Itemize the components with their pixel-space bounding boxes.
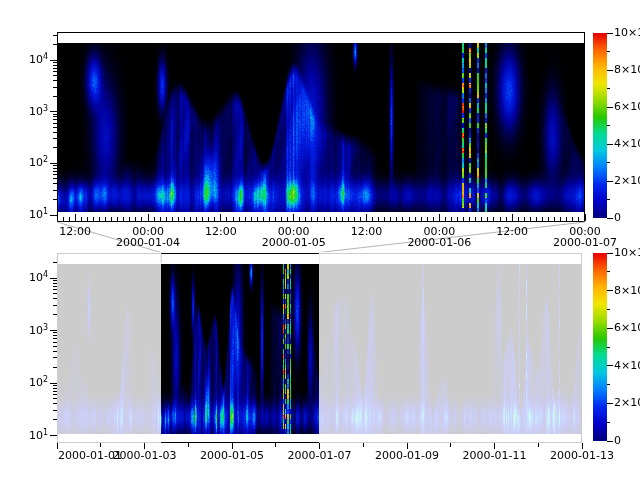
x-major-tick — [585, 214, 586, 221]
x-minor-tick — [396, 217, 397, 221]
y-major-tick — [50, 111, 57, 112]
colorbar-major-tick — [607, 218, 613, 219]
x-tick-date-label: 2000-01-06 — [407, 237, 471, 248]
x-minor-tick — [166, 217, 167, 221]
y-major-tick — [50, 383, 57, 384]
y-minor-tick — [53, 132, 57, 133]
label-exponent: 3 — [43, 323, 48, 332]
x-minor-tick — [281, 217, 282, 221]
x-minor-tick — [160, 217, 161, 221]
x-minor-tick — [324, 217, 325, 221]
x-minor-tick — [317, 217, 318, 221]
zoom-window-fade-left[interactable] — [56, 252, 161, 444]
colorbar-minor-tick — [607, 199, 610, 200]
x-minor-tick — [239, 217, 240, 221]
top-colorbar — [593, 33, 607, 218]
label-base: 8×10 — [614, 284, 640, 297]
top-spectrogram-canvas[interactable] — [58, 43, 584, 212]
x-minor-tick — [117, 217, 118, 221]
label-base: 2×10 — [614, 174, 640, 187]
colorbar-minor-tick — [607, 162, 610, 163]
x-minor-tick — [500, 217, 501, 221]
y-minor-tick — [53, 388, 57, 389]
label-base: 10 — [29, 53, 43, 66]
x-tick-date-label: 2000-01-05 — [262, 237, 326, 248]
x-minor-tick — [536, 217, 537, 221]
x-major-tick — [439, 214, 440, 221]
x-minor-tick — [421, 217, 422, 221]
x-minor-tick — [450, 443, 451, 447]
y-major-tick — [50, 278, 57, 279]
x-tick-date-label: 2000-01-07 — [288, 450, 352, 461]
x-minor-tick — [524, 217, 525, 221]
colorbar-minor-tick — [607, 309, 610, 310]
x-tick-date-label: 2000-01-03 — [113, 450, 177, 461]
x-minor-tick — [542, 217, 543, 221]
y-minor-tick — [53, 174, 57, 175]
x-tick-time-label: 12:00 — [351, 226, 383, 237]
y-minor-tick — [53, 391, 57, 392]
label-base: 10 — [29, 271, 43, 284]
x-minor-tick — [251, 217, 252, 221]
y-minor-tick — [53, 398, 57, 399]
x-minor-tick — [390, 217, 391, 221]
top-plot-frame — [57, 32, 585, 222]
x-minor-tick — [190, 217, 191, 221]
x-major-tick — [220, 214, 221, 221]
y-minor-tick — [53, 335, 57, 336]
colorbar-major-tick — [607, 70, 613, 71]
x-minor-tick — [269, 217, 270, 221]
label-base: 10 — [29, 324, 43, 337]
y-major-tick — [50, 60, 57, 61]
colorbar-minor-tick — [607, 88, 610, 89]
colorbar-minor-tick — [607, 125, 610, 126]
x-minor-tick — [233, 217, 234, 221]
x-minor-tick — [330, 217, 331, 221]
x-major-tick — [75, 214, 76, 221]
y-minor-tick — [53, 305, 57, 306]
y-minor-tick — [53, 165, 57, 166]
label-exponent: 2 — [43, 155, 48, 164]
y-minor-tick — [53, 342, 57, 343]
x-tick-time-label: 12:00 — [496, 226, 528, 237]
colorbar-major-tick — [607, 144, 613, 145]
x-minor-tick — [81, 217, 82, 221]
x-minor-tick — [287, 217, 288, 221]
colorbar-tick-label: 0 — [614, 435, 621, 447]
y-minor-tick — [53, 286, 57, 287]
label-base: 2×10 — [614, 396, 640, 409]
x-minor-tick — [100, 443, 101, 447]
x-minor-tick — [415, 217, 416, 221]
x-minor-tick — [378, 217, 379, 221]
x-minor-tick — [184, 217, 185, 221]
y-minor-tick — [53, 283, 57, 284]
x-minor-tick — [560, 217, 561, 221]
x-tick-date-label: 2000-01-07 — [553, 237, 617, 248]
y-minor-tick — [53, 65, 57, 66]
x-minor-tick — [469, 217, 470, 221]
y-minor-tick — [53, 44, 57, 45]
y-major-tick — [50, 215, 57, 216]
label-base: 4×10 — [614, 137, 640, 150]
x-minor-tick — [275, 217, 276, 221]
colorbar-major-tick — [607, 403, 613, 404]
zoom-window-fade-right[interactable] — [319, 252, 584, 444]
x-minor-tick — [305, 217, 306, 221]
y-axis-tick-label: 102 — [22, 157, 48, 169]
x-minor-tick — [372, 217, 373, 221]
y-minor-tick — [53, 338, 57, 339]
x-minor-tick — [263, 217, 264, 221]
x-minor-tick — [548, 217, 549, 221]
x-minor-tick — [208, 217, 209, 221]
y-minor-tick — [53, 289, 57, 290]
label-exponent: 4 — [43, 270, 48, 279]
colorbar-tick-label: 6×107 — [614, 322, 640, 334]
y-minor-tick — [53, 168, 57, 169]
x-minor-tick — [409, 217, 410, 221]
label-base: 10 — [29, 376, 43, 389]
label-exponent: 4 — [43, 52, 48, 61]
x-major-tick — [293, 214, 294, 221]
y-axis-tick-label: 104 — [22, 54, 48, 66]
x-minor-tick — [123, 217, 124, 221]
y-minor-tick — [53, 183, 57, 184]
